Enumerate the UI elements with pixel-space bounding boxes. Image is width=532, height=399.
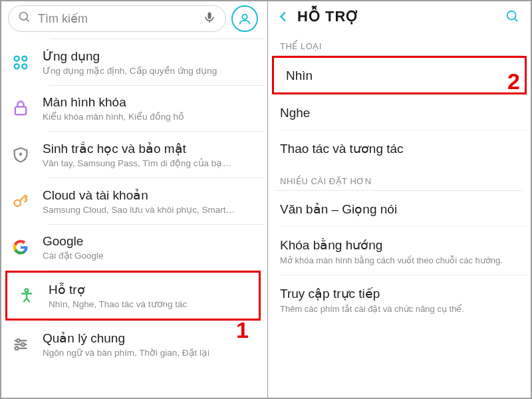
settings-list: Ứng dụng Ứng dụng mặc định, Cấp quyền ứn… — [1, 39, 265, 367]
item-sub: Ngôn ngữ và bàn phím, Thời gian, Đặt lại — [43, 347, 209, 358]
item-title: Ứng dụng — [43, 49, 217, 64]
item-title: Nghe — [280, 106, 519, 120]
back-button[interactable] — [275, 9, 292, 24]
list-item-dexterity[interactable]: Thao tác và tương tác — [268, 130, 531, 166]
svg-point-15 — [17, 338, 20, 342]
header: HỖ TRỢ — [268, 1, 531, 31]
svg-point-7 — [15, 64, 19, 68]
settings-item-cloud[interactable]: Cloud và tài khoản Samsung Cloud, Sao lư… — [1, 178, 265, 224]
settings-pane: Tìm kiếm Ứng dụng Ứng dụng mặc định, Cấp… — [1, 1, 265, 398]
profile-button[interactable] — [231, 5, 258, 32]
svg-rect-9 — [15, 107, 26, 115]
section-label-more: NHIỀU CÀI ĐẶT HƠN — [268, 166, 531, 189]
svg-point-4 — [242, 15, 247, 19]
settings-text: Google Cài đặt Google — [43, 234, 104, 261]
list-item-vision[interactable]: Nhìn — [274, 58, 525, 92]
item-sub: Ứng dụng mặc định, Cấp quyền ứng dụng — [43, 65, 217, 76]
item-sub: Cài đặt Google — [43, 250, 104, 261]
item-sub: Vân tay, Samsung Pass, Tìm di động của b… — [43, 158, 235, 168]
svg-point-20 — [507, 11, 516, 20]
settings-text: Quản lý chung Ngôn ngữ và bàn phím, Thời… — [43, 331, 209, 358]
svg-point-13 — [25, 289, 29, 292]
list-item-tts[interactable]: Văn bản – Giọng nói — [268, 191, 531, 226]
settings-item-lockscreen[interactable]: Màn hình khóa Kiểu khóa màn hình, Kiểu đ… — [1, 86, 265, 131]
item-title: Truy cập trực tiếp — [280, 286, 519, 301]
item-title: Khóa bằng hướng — [280, 237, 519, 253]
settings-text: Cloud và tài khoản Samsung Cloud, Sao lư… — [43, 188, 235, 215]
item-title: Màn hình khóa — [43, 95, 184, 110]
svg-point-6 — [22, 56, 27, 61]
item-title: Cloud và tài khoản — [43, 188, 235, 203]
settings-text: Hỗ trợ Nhìn, Nghe, Thao tác và tương tác — [49, 282, 187, 309]
settings-text: Ứng dụng Ứng dụng mặc định, Cấp quyền ứn… — [43, 49, 217, 76]
svg-point-8 — [22, 64, 27, 68]
accessibility-pane: HỖ TRỢ THỂ LOẠI Nhìn Nghe Thao tác và tư… — [267, 1, 531, 398]
highlight-box-2: Nhìn — [272, 56, 527, 94]
item-title: Nhìn — [286, 68, 513, 83]
shield-icon — [11, 145, 31, 165]
item-sub: Nhìn, Nghe, Thao tác và tương tác — [49, 299, 187, 309]
settings-item-google[interactable]: Google Cài đặt Google — [1, 225, 265, 270]
settings-item-apps[interactable]: Ứng dụng Ứng dụng mặc định, Cấp quyền ứn… — [1, 39, 265, 85]
svg-line-21 — [515, 19, 518, 22]
settings-text: Sinh trắc học và bảo mật Vân tay, Samsun… — [43, 141, 235, 168]
search-row: Tìm kiếm — [1, 1, 265, 39]
svg-point-17 — [21, 342, 25, 346]
annotation-badge-2: 2 — [507, 68, 520, 94]
list-item-direct-access[interactable]: Truy cập trực tiếp Thêm các phím tắt cài… — [268, 275, 531, 323]
list-item-hearing[interactable]: Nghe — [268, 95, 531, 130]
annotation-badge-1: 1 — [236, 317, 249, 343]
item-title: Sinh trắc học và bảo mật — [43, 141, 235, 156]
search-input[interactable]: Tìm kiếm — [8, 5, 226, 32]
item-title: Thao tác và tương tác — [280, 141, 519, 156]
key-icon — [11, 192, 31, 211]
highlight-box-1: Hỗ trợ Nhìn, Nghe, Thao tác và tương tác — [5, 271, 261, 321]
item-sub: Kiểu khóa màn hình, Kiểu đồng hồ — [43, 111, 184, 122]
svg-point-19 — [15, 346, 19, 350]
svg-line-1 — [27, 19, 29, 22]
list-item-direction-lock[interactable]: Khóa bằng hướng Mở khóa màn hình bằng cá… — [268, 227, 531, 275]
item-title: Văn bản – Giọng nói — [280, 201, 519, 217]
item-title: Hỗ trợ — [49, 282, 187, 297]
google-icon — [11, 237, 31, 257]
svg-point-12 — [15, 200, 21, 205]
item-sub: Mở khóa màn hình bằng cách vuốt theo chu… — [280, 255, 519, 265]
svg-point-0 — [20, 13, 28, 21]
svg-point-5 — [15, 56, 19, 61]
apps-icon — [11, 53, 31, 72]
settings-sliders-icon — [11, 334, 31, 354]
search-icon — [18, 11, 31, 27]
section-label-category: THỂ LOẠI — [268, 31, 531, 54]
settings-item-accessibility[interactable]: Hỗ trợ Nhìn, Nghe, Thao tác và tương tác — [7, 273, 259, 319]
lock-icon — [11, 98, 31, 118]
item-title: Quản lý chung — [43, 331, 209, 346]
item-sub: Thêm các phím tắt cài đặt và chức năng c… — [280, 304, 519, 314]
search-placeholder: Tìm kiếm — [38, 11, 196, 26]
page-title: HỖ TRỢ — [297, 8, 499, 25]
search-button[interactable] — [504, 9, 521, 24]
accessibility-icon — [17, 286, 37, 306]
settings-item-biometrics[interactable]: Sinh trắc học và bảo mật Vân tay, Samsun… — [1, 132, 265, 178]
settings-text: Màn hình khóa Kiểu khóa màn hình, Kiểu đ… — [43, 95, 184, 122]
settings-item-general[interactable]: Quản lý chung Ngôn ngữ và bàn phím, Thời… — [1, 321, 265, 367]
mic-icon[interactable] — [203, 11, 216, 27]
item-title: Google — [43, 234, 104, 249]
svg-rect-2 — [208, 13, 211, 19]
item-sub: Samsung Cloud, Sao lưu và khôi phục, Sma… — [43, 204, 235, 215]
